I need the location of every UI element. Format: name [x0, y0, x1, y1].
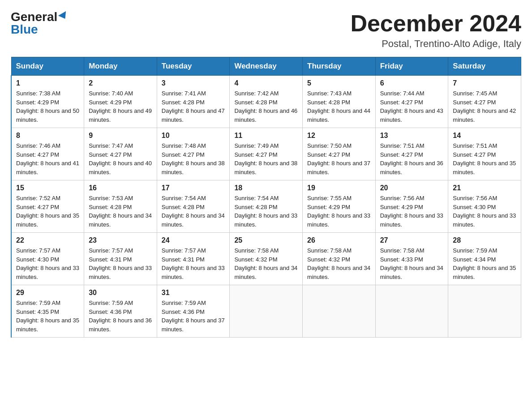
day-sun-info: Sunrise: 7:53 AMSunset: 4:28 PMDaylight:… [89, 194, 152, 229]
day-sun-info: Sunrise: 7:58 AMSunset: 4:32 PMDaylight:… [307, 246, 371, 281]
calendar-week-row: 22Sunrise: 7:57 AMSunset: 4:30 PMDayligh… [11, 233, 521, 285]
day-sun-info: Sunrise: 7:57 AMSunset: 4:30 PMDaylight:… [16, 246, 79, 281]
day-number: 16 [89, 184, 152, 192]
day-sun-info: Sunrise: 7:59 AMSunset: 4:36 PMDaylight:… [89, 299, 152, 334]
calendar-day-cell: 25Sunrise: 7:58 AMSunset: 4:32 PMDayligh… [230, 233, 303, 285]
calendar-day-cell: 7Sunrise: 7:45 AMSunset: 4:27 PMDaylight… [448, 76, 521, 128]
day-sun-info: Sunrise: 7:47 AMSunset: 4:27 PMDaylight:… [89, 141, 152, 176]
month-title: December 2024 [350, 11, 521, 36]
weekday-header: Thursday [303, 57, 376, 76]
calendar-day-cell: 15Sunrise: 7:52 AMSunset: 4:27 PMDayligh… [11, 180, 84, 233]
weekday-header: Tuesday [157, 57, 230, 76]
calendar-day-cell: 11Sunrise: 7:49 AMSunset: 4:27 PMDayligh… [230, 128, 303, 180]
day-sun-info: Sunrise: 7:57 AMSunset: 4:31 PMDaylight:… [89, 246, 152, 281]
day-number: 31 [162, 289, 225, 297]
day-sun-info: Sunrise: 7:56 AMSunset: 4:30 PMDaylight:… [453, 194, 516, 229]
weekday-header-row: SundayMondayTuesdayWednesdayThursdayFrid… [11, 57, 521, 76]
day-number: 30 [89, 289, 152, 297]
calendar-week-row: 1Sunrise: 7:38 AMSunset: 4:29 PMDaylight… [11, 76, 521, 128]
day-sun-info: Sunrise: 7:59 AMSunset: 4:34 PMDaylight:… [453, 246, 516, 281]
day-sun-info: Sunrise: 7:45 AMSunset: 4:27 PMDaylight:… [453, 89, 516, 124]
day-number: 4 [234, 79, 298, 87]
calendar-day-cell: 4Sunrise: 7:42 AMSunset: 4:28 PMDaylight… [230, 76, 303, 128]
calendar-day-cell: 2Sunrise: 7:40 AMSunset: 4:29 PMDaylight… [84, 76, 157, 128]
calendar-day-cell: 23Sunrise: 7:57 AMSunset: 4:31 PMDayligh… [84, 233, 157, 285]
day-sun-info: Sunrise: 7:54 AMSunset: 4:28 PMDaylight:… [162, 194, 225, 229]
day-number: 1 [16, 79, 79, 87]
calendar-day-cell: 29Sunrise: 7:59 AMSunset: 4:35 PMDayligh… [11, 285, 84, 338]
day-sun-info: Sunrise: 7:40 AMSunset: 4:29 PMDaylight:… [89, 89, 152, 124]
day-sun-info: Sunrise: 7:51 AMSunset: 4:27 PMDaylight:… [380, 141, 444, 176]
day-number: 2 [89, 79, 152, 87]
day-number: 20 [380, 184, 444, 192]
day-number: 9 [89, 132, 152, 140]
day-number: 6 [380, 79, 444, 87]
day-number: 29 [16, 289, 79, 297]
day-sun-info: Sunrise: 7:51 AMSunset: 4:27 PMDaylight:… [453, 141, 516, 176]
day-sun-info: Sunrise: 7:59 AMSunset: 4:35 PMDaylight:… [16, 299, 79, 334]
weekday-header: Monday [84, 57, 157, 76]
day-number: 10 [162, 132, 225, 140]
page-header: General Blue December 2024 Postal, Trent… [11, 11, 521, 50]
calendar-day-cell: 27Sunrise: 7:58 AMSunset: 4:33 PMDayligh… [375, 233, 448, 285]
day-sun-info: Sunrise: 7:54 AMSunset: 4:28 PMDaylight:… [234, 194, 298, 229]
day-sun-info: Sunrise: 7:55 AMSunset: 4:29 PMDaylight:… [307, 194, 371, 229]
logo: General Blue [11, 11, 68, 36]
calendar-day-cell [375, 285, 448, 338]
calendar-day-cell: 9Sunrise: 7:47 AMSunset: 4:27 PMDaylight… [84, 128, 157, 180]
day-sun-info: Sunrise: 7:57 AMSunset: 4:31 PMDaylight:… [162, 246, 225, 281]
weekday-header: Friday [375, 57, 448, 76]
calendar-table: SundayMondayTuesdayWednesdayThursdayFrid… [11, 57, 521, 338]
calendar-day-cell: 20Sunrise: 7:56 AMSunset: 4:29 PMDayligh… [375, 180, 448, 233]
day-sun-info: Sunrise: 7:46 AMSunset: 4:27 PMDaylight:… [16, 141, 79, 176]
calendar-day-cell: 12Sunrise: 7:50 AMSunset: 4:27 PMDayligh… [303, 128, 376, 180]
day-number: 8 [16, 132, 79, 140]
calendar-day-cell: 10Sunrise: 7:48 AMSunset: 4:27 PMDayligh… [157, 128, 230, 180]
day-sun-info: Sunrise: 7:43 AMSunset: 4:28 PMDaylight:… [307, 89, 371, 124]
calendar-day-cell: 28Sunrise: 7:59 AMSunset: 4:34 PMDayligh… [448, 233, 521, 285]
day-number: 27 [380, 236, 444, 244]
day-number: 19 [307, 184, 371, 192]
day-number: 25 [234, 236, 298, 244]
day-sun-info: Sunrise: 7:59 AMSunset: 4:36 PMDaylight:… [162, 299, 225, 334]
day-sun-info: Sunrise: 7:58 AMSunset: 4:32 PMDaylight:… [234, 246, 298, 281]
logo-arrow-icon [58, 11, 69, 21]
calendar-day-cell: 22Sunrise: 7:57 AMSunset: 4:30 PMDayligh… [11, 233, 84, 285]
day-sun-info: Sunrise: 7:52 AMSunset: 4:27 PMDaylight:… [16, 194, 79, 229]
day-number: 3 [162, 79, 225, 87]
calendar-day-cell: 18Sunrise: 7:54 AMSunset: 4:28 PMDayligh… [230, 180, 303, 233]
day-number: 22 [16, 236, 79, 244]
day-sun-info: Sunrise: 7:42 AMSunset: 4:28 PMDaylight:… [234, 89, 298, 124]
calendar-week-row: 29Sunrise: 7:59 AMSunset: 4:35 PMDayligh… [11, 285, 521, 338]
day-sun-info: Sunrise: 7:48 AMSunset: 4:27 PMDaylight:… [162, 141, 225, 176]
day-number: 14 [453, 132, 516, 140]
day-number: 12 [307, 132, 371, 140]
day-number: 15 [16, 184, 79, 192]
calendar-day-cell: 3Sunrise: 7:41 AMSunset: 4:28 PMDaylight… [157, 76, 230, 128]
day-number: 7 [453, 79, 516, 87]
title-block: December 2024 Postal, Trentino-Alto Adig… [350, 11, 521, 50]
calendar-day-cell: 24Sunrise: 7:57 AMSunset: 4:31 PMDayligh… [157, 233, 230, 285]
logo-general-text: General [11, 11, 57, 23]
day-sun-info: Sunrise: 7:41 AMSunset: 4:28 PMDaylight:… [162, 89, 225, 124]
calendar-day-cell: 30Sunrise: 7:59 AMSunset: 4:36 PMDayligh… [84, 285, 157, 338]
calendar-day-cell: 6Sunrise: 7:44 AMSunset: 4:27 PMDaylight… [375, 76, 448, 128]
calendar-day-cell: 14Sunrise: 7:51 AMSunset: 4:27 PMDayligh… [448, 128, 521, 180]
calendar-day-cell: 19Sunrise: 7:55 AMSunset: 4:29 PMDayligh… [303, 180, 376, 233]
weekday-header: Sunday [11, 57, 84, 76]
day-sun-info: Sunrise: 7:56 AMSunset: 4:29 PMDaylight:… [380, 194, 444, 229]
weekday-header: Saturday [448, 57, 521, 76]
calendar-day-cell [303, 285, 376, 338]
day-sun-info: Sunrise: 7:49 AMSunset: 4:27 PMDaylight:… [234, 141, 298, 176]
logo-blue-text: Blue [11, 23, 38, 36]
day-number: 24 [162, 236, 225, 244]
calendar-day-cell: 5Sunrise: 7:43 AMSunset: 4:28 PMDaylight… [303, 76, 376, 128]
location-title: Postal, Trentino-Alto Adige, Italy [350, 38, 521, 50]
day-sun-info: Sunrise: 7:38 AMSunset: 4:29 PMDaylight:… [16, 89, 79, 124]
calendar-day-cell: 8Sunrise: 7:46 AMSunset: 4:27 PMDaylight… [11, 128, 84, 180]
day-number: 28 [453, 236, 516, 244]
day-number: 13 [380, 132, 444, 140]
calendar-day-cell: 26Sunrise: 7:58 AMSunset: 4:32 PMDayligh… [303, 233, 376, 285]
calendar-day-cell: 31Sunrise: 7:59 AMSunset: 4:36 PMDayligh… [157, 285, 230, 338]
day-sun-info: Sunrise: 7:44 AMSunset: 4:27 PMDaylight:… [380, 89, 444, 124]
